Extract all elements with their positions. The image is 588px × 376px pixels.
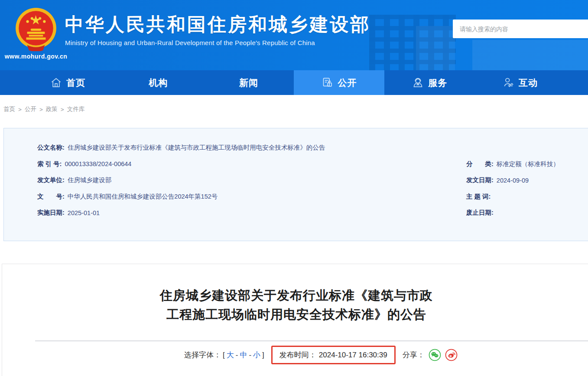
main-nav: 首页 机构 新闻 公开 服务 互动 (0, 70, 588, 95)
doc-info-row: 发文单位: 住房城乡建设部 发文日期: 2024-09-09 (37, 172, 588, 189)
doc-info-row: 索 引 号: 000013338/2024-00644 分 类: 标准定额（标准… (37, 156, 588, 173)
doc-info-row: 公文名称: 住房城乡建设部关于发布行业标准《建筑与市政工程施工现场临时用电安全技… (37, 140, 588, 156)
font-size-small-link[interactable]: 小 (253, 350, 260, 360)
font-size-medium-link[interactable]: 中 (240, 350, 247, 360)
bracket-open: [ (223, 351, 225, 360)
font-size-label: 选择字体： (184, 350, 221, 360)
effective-date-value: 2025-01-01 (68, 209, 100, 216)
font-size-large-link[interactable]: 大 (227, 350, 234, 360)
nav-item-home[interactable]: 首页 (23, 70, 113, 95)
breadcrumb-separator: > (39, 106, 43, 113)
index-number-label: 索 引 号: (37, 160, 62, 168)
font-size-separator: - (236, 351, 238, 360)
article-title: 住房城乡建设部关于发布行业标准《建筑与市政 工程施工现场临时用电安全技术标准》的… (2, 286, 588, 324)
nav-item-services[interactable]: 服务 (384, 70, 475, 95)
nav-item-news[interactable]: 新闻 (204, 70, 294, 95)
issuing-unit-label: 发文单位: (37, 176, 65, 184)
article-panel: 住房城乡建设部关于发布行业标准《建筑与市政 工程施工现场临时用电安全技术标准》的… (2, 264, 588, 376)
nav-item-orgs[interactable]: 机构 (113, 70, 204, 95)
font-size-selector: 选择字体： [ 大 - 中 - 小 ] (184, 350, 264, 360)
article-toolbar: 选择字体： [ 大 - 中 - 小 ] 发布时间： 2024-10-17 16:… (184, 346, 458, 364)
publish-time-label: 发布时间： (279, 350, 316, 360)
nav-item-open-gov[interactable]: 公开 (294, 70, 384, 95)
article-title-line1: 住房城乡建设部关于发布行业标准《建筑与市政 (2, 286, 588, 305)
breadcrumb-home[interactable]: 首页 (3, 105, 15, 113)
nav-item-interaction[interactable]: 互动 (475, 70, 565, 95)
service-person-icon (412, 77, 424, 88)
building-backdrop (472, 40, 588, 70)
breadcrumb-separator: > (18, 106, 22, 113)
site-title: 中华人民共和国住房和城乡建设部 (65, 14, 370, 35)
home-icon (50, 77, 62, 88)
issue-date-label: 发文日期: (466, 176, 494, 184)
repeal-date-label: 废止日期: (466, 209, 494, 217)
breadcrumb-document-library[interactable]: 文件库 (67, 105, 85, 113)
doc-name-label: 公文名称: (37, 144, 65, 152)
publish-time-annotation-box: 发布时间： 2024-10-17 16:30:39 (271, 346, 396, 364)
nav-item-label: 公开 (338, 77, 357, 89)
doc-info-row: 实施日期: 2025-01-01 废止日期: (37, 205, 588, 221)
doc-name-value: 住房城乡建设部关于发布行业标准《建筑与市政工程施工现场临时用电安全技术标准》的公… (68, 144, 325, 152)
breadcrumb-open-gov[interactable]: 公开 (25, 105, 36, 113)
nav-item-label: 机构 (149, 77, 168, 89)
index-number-value: 000013338/2024-00644 (65, 160, 131, 167)
nav-item-label: 新闻 (239, 77, 258, 89)
nav-item-label: 互动 (519, 77, 538, 89)
category-label: 分 类: (466, 160, 494, 168)
issue-date-value: 2024-09-09 (497, 177, 529, 184)
site-subtitle-en: Ministry of Housing and Urban-Rural Deve… (65, 39, 370, 46)
national-emblem-logo (14, 7, 58, 51)
bracket-close: ] (262, 351, 264, 360)
issuing-unit-value: 住房城乡建设部 (68, 176, 112, 184)
weibo-icon[interactable] (445, 349, 458, 361)
share-controls: 分享： (403, 349, 458, 361)
building-backdrop (416, 26, 455, 70)
publish-time-value: 2024-10-17 16:30:39 (319, 351, 387, 360)
interaction-person-icon (503, 77, 514, 88)
nav-item-label: 服务 (428, 77, 447, 89)
nav-item-label: 首页 (66, 77, 85, 89)
breadcrumb: 首页 > 公开 > 政策 > 文件库 (3, 105, 84, 113)
subject-words-label: 主 题 词: (466, 193, 491, 201)
doc-number-value: 中华人民共和国住房和城乡建设部公告2024年第152号 (68, 193, 218, 201)
open-document-icon (322, 77, 333, 88)
share-label: 分享： (403, 350, 425, 360)
search-input[interactable] (453, 20, 588, 38)
title-divider (35, 340, 588, 341)
category-value: 标准定额（标准科技） (497, 160, 559, 168)
doc-number-label: 文 号: (37, 193, 65, 201)
effective-date-label: 实施日期: (37, 209, 65, 217)
breadcrumb-policy[interactable]: 政策 (46, 105, 58, 113)
site-url: www.mohurd.gov.cn (1, 53, 71, 60)
article-title-line2: 工程施工现场临时用电安全技术标准》的公告 (2, 305, 588, 324)
doc-info-row: 文 号: 中华人民共和国住房和城乡建设部公告2024年第152号 主 题 词: (37, 189, 588, 205)
font-size-separator: - (249, 351, 251, 360)
document-metadata-panel: 公文名称: 住房城乡建设部关于发布行业标准《建筑与市政工程施工现场临时用电安全技… (3, 128, 588, 241)
breadcrumb-separator: > (61, 106, 64, 113)
wechat-icon[interactable] (429, 349, 441, 361)
site-header: www.mohurd.gov.cn 中华人民共和国住房和城乡建设部 Minist… (0, 0, 588, 70)
